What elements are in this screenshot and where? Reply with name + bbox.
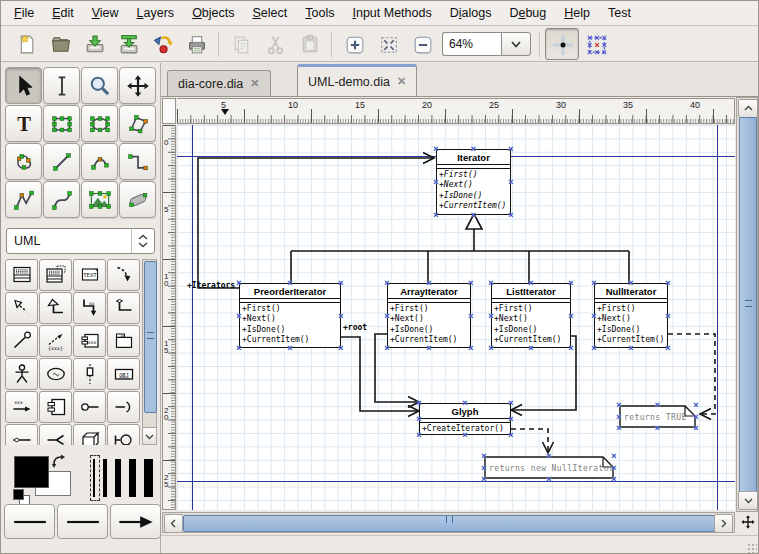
tab-close-icon[interactable]: ✕ [397, 76, 406, 87]
uml-shape-usecase[interactable] [39, 358, 72, 390]
zoom-value-field[interactable]: 64% [442, 32, 501, 56]
tool-arc[interactable] [81, 143, 118, 180]
uml-shape-message[interactable]: {xxx} [39, 325, 72, 357]
tab-dia-core-dia[interactable]: dia-core.dia✕ [167, 70, 271, 96]
line-width-option[interactable] [144, 459, 153, 497]
uml-class-listiterator[interactable]: ListIterator+First()+Next()+IsDone()+Cur… [491, 283, 571, 348]
print-button[interactable] [179, 28, 213, 60]
menu-test[interactable]: Test [599, 2, 640, 24]
palette-scrollbar[interactable] [142, 259, 157, 445]
line-width-option[interactable] [93, 459, 95, 497]
tool-zigzagline[interactable] [119, 143, 156, 180]
menu-debug[interactable]: Debug [500, 2, 555, 24]
horizontal-scrollbar[interactable] [162, 512, 735, 533]
uml-shape-required-interface[interactable] [107, 391, 140, 423]
snap-to-grid-toggle[interactable] [545, 28, 579, 60]
vertical-scrollbar-thumb[interactable] [739, 117, 757, 494]
vertical-scrollbar[interactable] [736, 97, 758, 512]
tool-box[interactable] [43, 105, 80, 142]
menu-file[interactable]: File [5, 2, 43, 24]
uml-shape-association-direction[interactable]: xx [73, 292, 106, 324]
line-width-selector[interactable] [93, 457, 155, 499]
uml-class-preorderiterator[interactable]: PreorderIterator+First()+Next()+IsDone()… [239, 283, 341, 348]
line-width-option[interactable] [129, 459, 136, 497]
scroll-right-button[interactable] [714, 514, 733, 533]
menu-dialogs[interactable]: Dialogs [441, 2, 501, 24]
dep-nulliterator-note[interactable] [668, 334, 715, 414]
uml-shape-message-arrow[interactable]: xxx [5, 391, 38, 423]
uml-shape-node[interactable] [73, 424, 106, 445]
uml-shape-template-class[interactable] [39, 259, 72, 291]
uml-shape-aggregation[interactable] [107, 292, 140, 324]
scroll-down-button[interactable] [738, 491, 758, 510]
tool-scroll[interactable] [119, 67, 156, 104]
menu-edit[interactable]: Edit [43, 2, 83, 24]
uml-shape-component[interactable] [39, 391, 72, 423]
generalization-tree[interactable] [291, 229, 629, 283]
uml-class-iterator[interactable]: Iterator+First()+Next()+IsDone()+Current… [436, 149, 511, 215]
zoom-out-button[interactable] [405, 28, 439, 60]
uml-shape-text[interactable]: TEXT [73, 259, 106, 291]
tool-line[interactable] [43, 143, 80, 180]
zoom-fit-button[interactable] [371, 28, 405, 60]
uml-shape-fork[interactable] [39, 424, 72, 445]
menu-input-methods[interactable]: Input Methods [343, 2, 440, 24]
palette-scrollbar-thumb[interactable] [144, 261, 157, 413]
menu-objects[interactable]: Objects [183, 2, 243, 24]
pan-canvas-button[interactable] [738, 512, 758, 532]
resize-grip[interactable] [747, 543, 757, 553]
save-as-button[interactable] [111, 28, 145, 60]
scroll-up-button[interactable] [738, 99, 758, 118]
uml-shape-actor[interactable] [5, 358, 38, 390]
uml-shape-lifeline[interactable] [73, 358, 106, 390]
assoc-root[interactable] [341, 337, 419, 411]
zoom-dropdown-button[interactable] [501, 32, 531, 56]
tool-polyline[interactable] [5, 181, 42, 218]
tool-image[interactable] [81, 181, 118, 218]
diagram-canvas[interactable]: Iterator+First()+Next()+IsDone()+Current… [177, 125, 735, 510]
line-width-option[interactable] [115, 459, 121, 497]
new-button[interactable] [9, 28, 43, 60]
tool-outline[interactable] [119, 181, 156, 218]
sheet-selector[interactable]: UML [6, 228, 155, 254]
dep-nulliterator-note-arrowhead[interactable] [700, 409, 711, 420]
foreground-color-swatch[interactable] [14, 456, 49, 488]
line-style-button[interactable] [57, 504, 108, 539]
ruler-origin-button[interactable] [162, 98, 176, 124]
menu-tools[interactable]: Tools [296, 2, 343, 24]
save-button[interactable] [77, 28, 111, 60]
tool-ellipse[interactable] [81, 105, 118, 142]
uml-class-arrayiterator[interactable]: ArrayIterator+First()+Next()+IsDone()+Cu… [387, 283, 471, 348]
default-colors-foreground[interactable] [13, 489, 24, 500]
uml-shape-object[interactable]: OBJ [107, 358, 140, 390]
uml-shape-small-package[interactable]: xxx [73, 325, 106, 357]
menu-layers[interactable]: Layers [128, 2, 184, 24]
uml-shape-qualified-association[interactable] [5, 325, 38, 357]
tool-beziergon[interactable] [5, 143, 42, 180]
sheet-selector-spin[interactable] [131, 229, 154, 253]
snap-to-objects-toggle[interactable] [579, 28, 613, 60]
assoc-iterators-arrowhead[interactable] [423, 153, 434, 164]
uml-shape-dependency[interactable] [107, 259, 140, 291]
tool-text[interactable]: T [5, 105, 42, 142]
uml-shape-class[interactable] [5, 259, 38, 291]
tool-modify[interactable] [5, 67, 42, 104]
uml-shape-generalization[interactable] [39, 292, 72, 324]
uml-shape-aggregation-line[interactable] [5, 424, 38, 445]
dep-glyph-note[interactable] [511, 429, 548, 453]
uml-shape-package[interactable]: xx [107, 325, 140, 357]
scroll-left-button[interactable] [164, 514, 183, 533]
tool-bezierline[interactable] [43, 181, 80, 218]
tab-uml-demo-dia[interactable]: UML-demo.dia✕ [297, 64, 417, 96]
palette-scroll-down-button[interactable] [143, 427, 156, 444]
uml-class-nulliterator[interactable]: NullIterator+First()+Next()+IsDone()+Cur… [594, 283, 668, 348]
tool-textedit[interactable] [43, 67, 80, 104]
line-width-option[interactable] [103, 459, 107, 497]
tool-polygon[interactable] [119, 105, 156, 142]
uml-shape-provided-interface[interactable] [73, 391, 106, 423]
menu-select[interactable]: Select [244, 2, 297, 24]
uml-shape-connector[interactable] [107, 424, 140, 445]
swap-colors-button[interactable] [51, 453, 67, 469]
line-end-style-button[interactable] [110, 504, 161, 539]
tab-close-icon[interactable]: ✕ [250, 78, 259, 89]
